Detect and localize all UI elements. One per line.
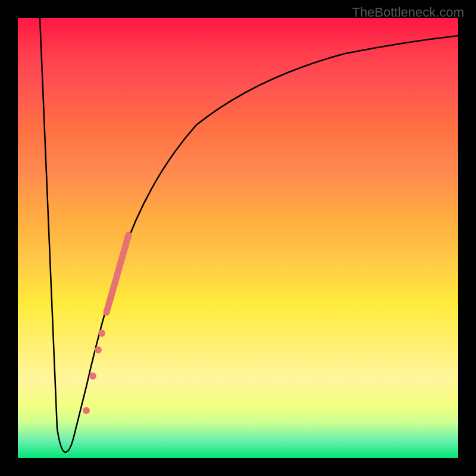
marker-dot xyxy=(83,407,90,414)
marker-dot xyxy=(89,372,96,380)
marker-cluster xyxy=(107,235,129,312)
chart-svg xyxy=(18,18,458,458)
chart-container xyxy=(18,18,458,458)
watermark-text: TheBottleneck.com xyxy=(352,5,464,20)
bottleneck-curve xyxy=(40,18,458,452)
marker-dot xyxy=(98,330,105,337)
marker-dot xyxy=(95,346,102,353)
